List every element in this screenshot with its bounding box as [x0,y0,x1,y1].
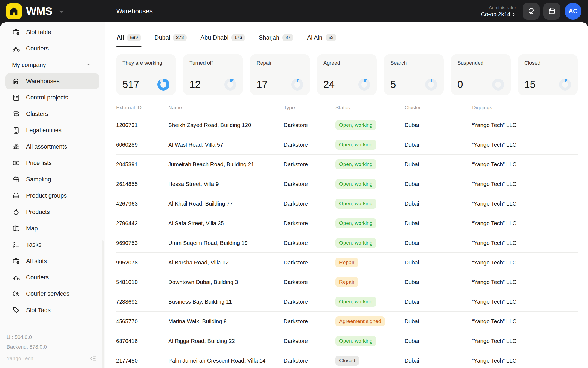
diggings-cell: “Yango Tech” LLC [472,161,578,168]
tab-count-badge: 273 [173,34,187,41]
sidebar-item-map[interactable]: Map [5,220,99,237]
products-icon [12,208,20,216]
external-id-cell: 2796442 [116,220,168,227]
tab-count-badge: 53 [326,34,337,41]
tab-abu-dhabi[interactable]: Abu Dhabi 176 [200,29,246,47]
section-label: My company [12,61,46,68]
sidebar-item-couriers[interactable]: Couriers [5,269,99,286]
cluster-cell: Dubai [405,318,472,325]
table-row-4267963[interactable]: 4267963 Al Khail Road, Building 77 Darks… [116,194,578,213]
diggings-cell: “Yango Tech” LLC [472,279,578,285]
status-card-they-are-working[interactable]: They are working 517 [116,54,176,95]
cluster-cell: Dubai [405,259,472,266]
tab-dubai[interactable]: Dubai 273 [154,29,188,47]
tab-sharjah[interactable]: Sharjah 87 [258,29,294,47]
diggings-cell: “Yango Tech” LLC [472,357,578,364]
table-row-2177450[interactable]: 2177450 Palm Jumeirah Crescent Road, Vil… [116,351,578,368]
status-card-repair[interactable]: Repair 17 [250,54,310,95]
type-cell: Darkstore [284,240,335,246]
name-cell: Al Wasl Road, Villa 57 [168,141,284,148]
status-card-search[interactable]: Search 5 [384,54,444,95]
status-card-closed[interactable]: Closed 15 [518,54,578,95]
sidebar-item-control-projects[interactable]: Control projects [5,89,99,106]
app-logo[interactable]: WMS [6,3,65,19]
tab-all[interactable]: All 589 [116,29,142,47]
tab-count-badge: 589 [127,34,141,41]
avatar[interactable]: AC [565,3,581,20]
status-card-suspended[interactable]: Suspended 0 [451,54,511,95]
cluster-cell: Dubai [405,122,472,128]
table-row-9690753[interactable]: 9690753 Umm Suqeim Road, Building 19 Dar… [116,233,578,253]
action-button-calendar[interactable] [543,3,560,20]
sidebar-item-product-groups[interactable]: Product groups [5,188,99,204]
sidebar-item-price-lists[interactable]: Price lists [5,155,99,171]
name-cell: Downtown Dubai, Building 3 [168,279,284,285]
home-logo-icon [6,3,22,19]
status-badge: Open, working [335,297,376,307]
card-value: 12 [189,79,201,90]
type-cell: Darkstore [284,259,335,266]
collapse-sidebar-button[interactable] [89,354,98,363]
table-row-2045391[interactable]: 2045391 Jumeirah Beach Road, Building 21… [116,155,578,174]
status-badge: Open, working [335,140,376,150]
card-value: 5 [390,79,396,90]
sidebar-item-slot-table[interactable]: Slot table [5,24,99,40]
chevron-down-icon[interactable] [58,8,65,14]
table-row-6870416[interactable]: 6870416 Al Rigga Road, Building 22 Darks… [116,331,578,351]
status-cell: Open, working [335,336,405,346]
account-switcher[interactable]: Administrator Co-op 2k14 [481,5,516,17]
status-card-agreed[interactable]: Agreed 24 [317,54,377,95]
sidebar-item-slot-tags[interactable]: Slot Tags [5,302,99,318]
progress-ring-icon [358,79,370,91]
sidebar-item-sampling[interactable]: Sampling [5,171,99,188]
status-badge: Open, working [335,218,376,228]
topbar-actions [523,3,560,20]
external-id-cell: 6870416 [116,338,168,344]
sidebar-item-legal-entities[interactable]: Legal entities [5,122,99,138]
type-cell: Darkstore [284,338,335,344]
sidebar-item-couriers[interactable]: Couriers [5,40,99,57]
status-badge: Open, working [335,238,376,248]
progress-ring-icon [291,79,303,91]
table-row-4565770[interactable]: 4565770 Marina Walk, Building 8 Darkstor… [116,312,578,331]
brand-name: Yango Tech [7,355,33,361]
progress-ring-icon [224,79,236,91]
table-row-1206731[interactable]: 1206731 Sheikh Zayed Road, Building 120 … [116,115,578,135]
action-button-chat[interactable] [523,3,540,20]
cluster-cell: Dubai [405,240,472,246]
card-title: Turned off [189,60,236,66]
type-cell: Darkstore [284,298,335,305]
chevron-up-icon [85,62,91,68]
tab-al-ain[interactable]: Al Ain 53 [307,29,337,47]
sidebar-item-courier-services[interactable]: Courier services [5,286,99,302]
sidebar-item-tasks[interactable]: Tasks [5,237,99,253]
sidebar-section-my-company[interactable]: My company [5,57,99,73]
status-card-turned-off[interactable]: Turned off 12 [183,54,243,95]
table-row-9952078[interactable]: 9952078 Al Barsha Road, Villa 12 Darksto… [116,253,578,272]
page-title: Warehouses [116,7,153,15]
table-row-7288692[interactable]: 7288692 Business Bay, Building 11 Darkst… [116,292,578,312]
cluster-cell: Dubai [405,220,472,227]
type-cell: Darkstore [284,181,335,187]
sidebar-item-clusters[interactable]: Clusters [5,106,99,122]
status-cell: Open, working [335,238,405,248]
tasks-icon [12,241,20,249]
progress-ring-icon [157,79,169,91]
table-row-2796442[interactable]: 2796442 Al Safa Street, Villa 35 Darksto… [116,213,578,233]
sidebar-item-warehouses[interactable]: Warehouses [5,73,99,89]
sampling-icon [12,175,20,183]
sidebar-footer: UI: 504.0.0 Backend: 878.0.0 Yango Tech [0,334,105,368]
table-row-2614855[interactable]: 2614855 Hessa Street, Villa 9 Darkstore … [116,174,578,194]
cluster-cell: Dubai [405,161,472,168]
sidebar-item-products[interactable]: Products [5,204,99,220]
sidebar-item-all-slots[interactable]: All slots [5,253,99,269]
column-cluster: Cluster [405,105,472,111]
city-tabs: All 589 Dubai 273 Abu Dhabi 176 Sha [116,29,578,47]
column-external-id: External ID [116,105,168,111]
table-row-6060289[interactable]: 6060289 Al Wasl Road, Villa 57 Darkstore… [116,135,578,155]
collapse-sidebar-icon [89,354,97,363]
assortments-icon [12,143,20,151]
table-row-5481010[interactable]: 5481010 Downtown Dubai, Building 3 Darks… [116,272,578,292]
status-cell: Open, working [335,199,405,209]
sidebar-item-all-assortments[interactable]: All assortments [5,138,99,155]
